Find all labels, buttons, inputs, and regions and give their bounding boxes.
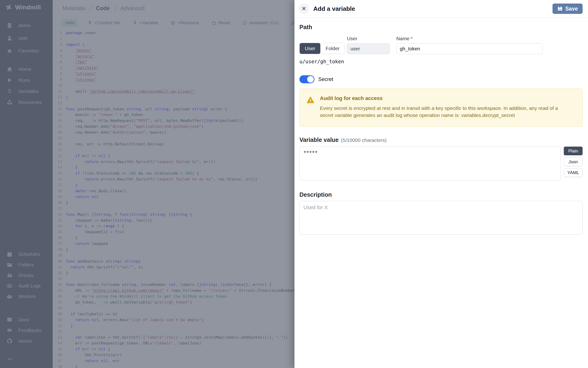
save-button-label: Save: [565, 6, 578, 12]
name-field: Name*: [396, 36, 543, 54]
secret-toggle[interactable]: [299, 75, 315, 83]
owner-field: User: [347, 36, 390, 54]
format-tabs: PlainJsonYAML: [564, 147, 583, 177]
path-row: User Folder User Name*: [299, 36, 583, 54]
owner-kind-user-button[interactable]: User: [300, 43, 320, 54]
drawer-title: Add a variable: [313, 5, 552, 12]
path-section-heading: Path: [299, 24, 583, 31]
warning-text: Audit log for each access Every secret i…: [320, 95, 561, 119]
format-tab-plain[interactable]: Plain: [564, 147, 583, 155]
variable-value-row: ***** PlainJsonYAML: [299, 147, 583, 180]
warning-triangle-icon: [306, 95, 315, 119]
drawer-header: ✕ Add a variable Save: [294, 0, 588, 18]
owner-field-label: User: [347, 36, 390, 41]
add-variable-drawer: ✕ Add a variable Save Path User Folder U…: [294, 0, 588, 368]
description-input[interactable]: [299, 201, 583, 235]
owner-kind-segmented-control: User Folder: [299, 43, 345, 54]
close-icon: ✕: [301, 5, 306, 12]
secret-row: Secret: [299, 75, 583, 83]
description-heading: Description: [299, 191, 583, 198]
owner-input[interactable]: [347, 43, 390, 54]
variable-value-heading-row: Variable value (5/10000 characters): [299, 137, 583, 143]
variable-value-heading: Variable value: [299, 137, 339, 143]
format-tab-yaml[interactable]: YAML: [564, 168, 583, 177]
required-asterisk: *: [411, 36, 413, 41]
character-counter: (5/10000 characters): [341, 138, 387, 143]
name-field-label: Name*: [396, 36, 543, 41]
drawer-body: Path User Folder User Name* u/user/gh_to…: [294, 18, 588, 235]
warning-title: Audit log for each access: [320, 95, 561, 101]
owner-kind-folder-button[interactable]: Folder: [320, 43, 345, 54]
close-drawer-button[interactable]: ✕: [299, 4, 309, 14]
audit-log-warning: Audit log for each access Every secret i…: [299, 88, 583, 127]
variable-value-input[interactable]: *****: [299, 147, 561, 180]
name-input[interactable]: [396, 43, 543, 54]
secret-label: Secret: [318, 76, 333, 82]
warning-body: Every secret is encrypted at rest and in…: [320, 105, 561, 119]
format-tab-json[interactable]: Json: [564, 157, 583, 166]
save-button[interactable]: Save: [552, 4, 583, 14]
full-path-preview: u/user/gh_token: [299, 59, 583, 64]
save-floppy-icon: [557, 6, 563, 11]
toggle-knob: [307, 76, 314, 83]
